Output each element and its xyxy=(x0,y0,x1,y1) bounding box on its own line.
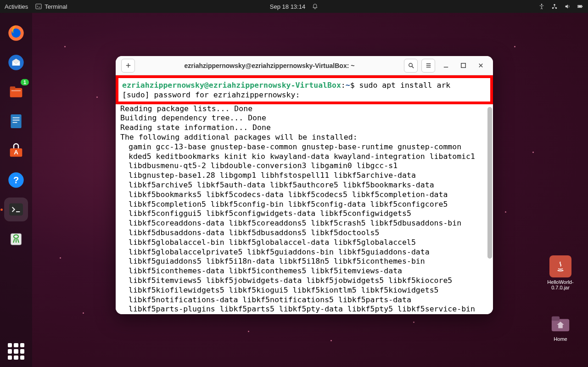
terminal-line: libkf5globalaccel-bin libkf5globalaccel-… xyxy=(120,238,488,248)
menu-button[interactable] xyxy=(421,59,435,73)
active-app-indicator[interactable]: Terminal xyxy=(35,3,67,10)
svg-text:A: A xyxy=(14,149,18,156)
window-title: ezriahzippernowsky@ezriahzippernowsky-Vi… xyxy=(139,62,400,69)
svg-point-26 xyxy=(409,63,412,67)
svg-point-2 xyxy=(554,4,555,6)
terminal-line: libkf5parts-plugins libkf5parts5 libkf5p… xyxy=(120,305,488,314)
volume-icon[interactable] xyxy=(564,3,571,10)
terminal-line: libkf5globalaccelprivate5 libkf5guiaddon… xyxy=(120,248,488,257)
firefox-icon[interactable] xyxy=(4,21,28,45)
help-icon[interactable]: ? xyxy=(4,168,28,192)
svg-rect-6 xyxy=(582,6,583,7)
java-icon xyxy=(554,260,567,273)
window-header: ezriahzippernowsky@ezriahzippernowsky-Vi… xyxy=(116,56,493,75)
prompt-user: ezriahzippernowsky@ezriahzippernowsky-Vi… xyxy=(122,81,341,90)
svg-rect-13 xyxy=(11,90,21,91)
terminal-line: gamin gcc-13-base gnustep-base-common gn… xyxy=(120,142,488,152)
svg-rect-15 xyxy=(13,118,20,119)
software-icon[interactable]: A xyxy=(4,139,28,163)
svg-rect-25 xyxy=(552,316,560,321)
accessibility-icon[interactable] xyxy=(538,3,545,10)
bell-icon[interactable] xyxy=(312,3,318,10)
terminal-app-icon[interactable] xyxy=(4,198,28,221)
svg-rect-12 xyxy=(10,86,16,90)
terminal-line: The following additional packages will b… xyxy=(120,133,488,142)
terminal-line: libkf5completion5 libkf5config-bin libkf… xyxy=(120,200,488,209)
highlighted-command: ezriahzippernowsky@ezriahzippernowsky-Vi… xyxy=(116,75,493,104)
activities-button[interactable]: Activities xyxy=(5,3,28,10)
home-label: Home xyxy=(554,336,567,342)
network-icon[interactable] xyxy=(551,3,558,10)
thunderbird-icon[interactable] xyxy=(4,51,28,74)
svg-rect-27 xyxy=(461,63,465,68)
new-tab-button[interactable] xyxy=(121,59,135,73)
top-bar: Activities Terminal Sep 18 13:14 xyxy=(0,0,588,13)
terminal-icon xyxy=(35,3,42,10)
terminal-line: libkf5bookmarks5 libkf5codecs-data libkf… xyxy=(120,190,488,200)
terminal-line: ezriahzippernowsky@ezriahzippernowsky-Vi… xyxy=(122,81,487,90)
files-icon[interactable]: 1 xyxy=(4,80,28,104)
entered-command: sudo apt install ark xyxy=(359,81,451,90)
terminal-line: libkf5guiaddons5 libkf5i18n-data libkf5i… xyxy=(120,257,488,266)
terminal-line: libdbusmenu-qt5-2 libdouble-conversion3 … xyxy=(120,161,488,171)
minimize-button[interactable] xyxy=(439,59,453,73)
writer-icon[interactable] xyxy=(4,109,28,133)
files-badge: 1 xyxy=(21,79,29,85)
terminal-line: libgnustep-base1.28 libgomp1 libhfstospe… xyxy=(120,171,488,181)
terminal-line: libkf5coreaddons-data libkf5coreaddons5 … xyxy=(120,219,488,228)
terminal-output[interactable]: Reading package lists... DoneBuilding de… xyxy=(116,104,493,314)
desktop-home-folder[interactable]: Home xyxy=(547,312,574,342)
terminal-line: libkf5iconthemes-data libkf5iconthemes5 … xyxy=(120,266,488,276)
svg-rect-0 xyxy=(36,4,41,9)
terminal-line: Reading package lists... Done xyxy=(120,104,488,114)
clock[interactable]: Sep 18 13:14 xyxy=(270,3,305,10)
terminal-line: kded5 keditbookmarks kinit kio kwayland-… xyxy=(120,152,488,162)
svg-rect-16 xyxy=(13,120,20,121)
home-folder-icon xyxy=(550,313,571,334)
trash-icon[interactable] xyxy=(4,227,28,251)
search-button[interactable] xyxy=(404,59,418,73)
prompt-path: ~ xyxy=(346,81,350,90)
svg-rect-22 xyxy=(9,203,23,216)
svg-text:?: ? xyxy=(13,175,19,185)
svg-rect-7 xyxy=(578,6,582,7)
terminal-line: Reading state information... Done xyxy=(120,123,488,133)
terminal-line: libkf5itemviews5 libkf5jobwidgets-data l… xyxy=(120,276,488,286)
terminal-line: libkf5dbusaddons-data libkf5dbusaddons5 … xyxy=(120,228,488,238)
terminal-line: Building dependency tree... Done xyxy=(120,113,488,123)
svg-rect-14 xyxy=(11,114,21,128)
dock: 1 A ? xyxy=(0,13,32,367)
terminal-window: ezriahzippernowsky@ezriahzippernowsky-Vi… xyxy=(116,56,493,314)
scrollbar[interactable] xyxy=(487,107,492,259)
terminal-line: libkf5archive5 libkf5auth-data libkf5aut… xyxy=(120,181,488,190)
maximize-button[interactable] xyxy=(456,59,470,73)
terminal-line: libkf5configgui5 libkf5configwidgets-dat… xyxy=(120,209,488,219)
svg-rect-17 xyxy=(13,122,17,123)
active-app-label: Terminal xyxy=(45,3,67,10)
show-apps-button[interactable] xyxy=(8,343,24,360)
close-button[interactable] xyxy=(474,59,487,73)
battery-icon[interactable] xyxy=(577,3,583,10)
terminal-line: libkf5kiofilewidgets5 libkf5kiogui5 libk… xyxy=(120,286,488,295)
jar-label: HelloWorld-0.7.0.jar xyxy=(547,279,574,290)
desktop-jar-file[interactable]: HelloWorld-0.7.0.jar xyxy=(547,255,574,290)
svg-point-1 xyxy=(541,4,543,5)
terminal-line: libkf5notifications-data libkf5notificat… xyxy=(120,295,488,305)
terminal-line: [sudo] password for ezriahzippernowsky: xyxy=(122,90,487,100)
